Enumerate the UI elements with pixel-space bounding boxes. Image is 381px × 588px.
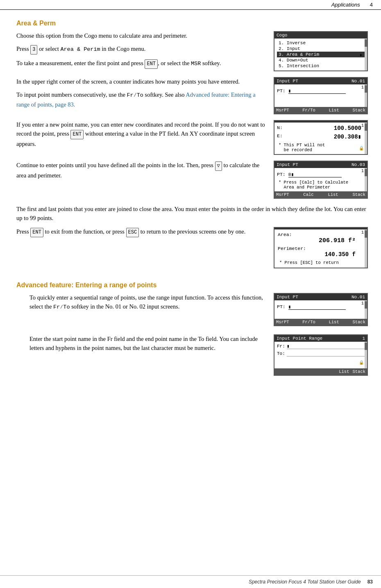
row-image-input-pt-01: Input PT No.01 PT: ▮ 1 MsrPT (274, 77, 368, 116)
para-2: Press 3 or select Area & Perim in the Co… (16, 44, 267, 54)
ds-titlebar-input-pt-01: Input PT No.01 (274, 78, 367, 84)
row-image-input-pt-03: Input PT No.03 PT: 8▮ * Press [Calc] to … (274, 161, 368, 200)
ds-pt-label-01: PT: ▮ (277, 88, 365, 94)
device-screen-input-pt-01: Input PT No.01 PT: ▮ 1 MsrPT (274, 77, 368, 114)
ds-pt-label-03: PT: 8▮ (277, 171, 365, 177)
row-p6-screen3: If you enter a new point name, you can e… (16, 120, 368, 157)
para-4: In the upper right corner of the screen,… (16, 77, 267, 86)
ds-title-right-input-pt-01: No.01 (352, 79, 365, 84)
ds-indicator-ascreen1: 1 (361, 301, 364, 306)
ds-e-value: 200.308▮ (334, 133, 365, 140)
ds-scrollbar-01 (365, 84, 367, 107)
ds-softkeys-input-pt-01: MsrPT Fr/To List Stack (274, 107, 367, 114)
para-9: Press ENT to exit from the function, or … (16, 227, 267, 237)
footer: Spectra Precision Focus 4 Total Station … (0, 575, 381, 588)
ds-body-ascreen1: PT: ▮ 1 (274, 300, 367, 319)
ds-title-left-input-pt-01: Input PT (277, 79, 298, 84)
ds-note-ne: * This PT will not be recorded (277, 143, 365, 152)
ds-pt-field-03: 8▮ (288, 171, 342, 177)
row-image-cogo: Cogo 1. Inverse 2. Input 3. Area & Perim… (274, 31, 368, 73)
ds-title-right-ascreen1: No.01 (352, 295, 365, 300)
header-section: Applications (331, 2, 360, 8)
row-text-p1: Choose this option from the Cogo menu to… (16, 31, 267, 73)
ds-softkey-list-a2: List (339, 369, 349, 374)
ds-titlebar-ascreen2: Input Point Range 1 (274, 335, 367, 342)
ds-e-label: E: (277, 133, 283, 140)
advanced-indent: To quickly enter a sequential range of p… (29, 293, 368, 377)
ds-title-left-cogo: Cogo (277, 33, 287, 38)
ds-n-label: N: (277, 125, 283, 132)
ds-body-area: Area: 206.918 f² Perimeter: 140.350 f * … (274, 229, 367, 268)
para-6: If you enter a new point name, you can e… (16, 120, 267, 149)
ds-scrollbar-thumb-ascreen1 (365, 301, 367, 309)
ds-title-right-input-pt-03: No.03 (352, 162, 365, 167)
ds-fr-label: Fr: (277, 344, 287, 349)
ds-note-esc: * Press [ESC] to return (278, 260, 364, 265)
ds-lock-icon-ne: 🔒 (359, 146, 364, 151)
key-ent-3: ENT (30, 228, 43, 237)
ds-perimeter-value: 140.350 f (278, 251, 364, 258)
ds-scrollbar-ascreen2 (365, 342, 367, 368)
ds-titlebar-ascreen1: Input PT No.01 (274, 294, 367, 300)
ds-titlebar-cogo: Cogo (274, 32, 367, 39)
ds-softkey-calc-03: Calc (303, 192, 313, 197)
row-text-p9: Press ENT to exit from the function, or … (16, 227, 267, 241)
ds-scrollbar-thumb-cogo (365, 39, 367, 47)
para-ap1: To quickly enter a sequential range of p… (29, 293, 267, 312)
ds-scrollbar-cogo (365, 39, 367, 70)
ds-pt-field-ascreen1: ▮ (288, 304, 346, 310)
ds-softkey-list-03: List (328, 192, 338, 197)
ds-n-row: N: 100.5000 (277, 124, 365, 132)
ds-scrollbar-ne (365, 123, 367, 154)
ds-menu-item-1: 1. Inverse (277, 40, 365, 46)
para-ap2: Enter the start point name in the Fr fie… (29, 334, 267, 353)
key-esc-1: ESC (126, 228, 139, 237)
ds-scrollbar-03 (365, 168, 367, 191)
ds-indicator-01: 1 (361, 85, 364, 90)
row-text-p4: In the upper right corner of the screen,… (16, 77, 267, 114)
device-screen-area-result: Area: 206.918 f² Perimeter: 140.350 f * … (274, 227, 368, 268)
ds-pt-field-01: ▮ (288, 88, 346, 94)
ds-softkeys-input-pt-03: MsrPT Calc List Stack (274, 191, 367, 198)
ds-body-input-pt-01: PT: ▮ 1 (274, 84, 367, 107)
ds-body-ascreen2: Fr: ▮ To: 🔒 (274, 342, 367, 368)
ds-softkey-frto: Fr/To (302, 108, 315, 113)
ds-e-row: E: 200.308▮ (277, 132, 365, 141)
header-page: 4 (370, 2, 373, 8)
section-advanced-feature: Advanced feature: Entering a range of po… (16, 282, 368, 377)
footer-title: Spectra Precision Focus 4 Total Station … (249, 579, 361, 585)
key-ent-2: ENT (70, 130, 84, 139)
ds-arrow-icon: ▸ (360, 51, 363, 58)
section-area-perm: Area & Perm Choose this option from the … (16, 20, 368, 270)
row-ap1-ascreen1: To quickly enter a sequential range of p… (29, 293, 368, 328)
ds-softkey-msrpt-03: MsrPT (276, 192, 289, 197)
ds-softkeys-ascreen2: List Stack (274, 368, 367, 375)
ds-scrollbar-thumb-area (365, 230, 367, 238)
row-text-p7: Continue to enter points until you have … (16, 161, 267, 184)
mono-area-perim: Area & Perim (60, 46, 100, 52)
ds-softkey-msrpt: MsrPT (276, 108, 289, 113)
row-image-area-result: Area: 206.918 f² Perimeter: 140.350 f * … (274, 227, 368, 270)
ds-pt-label-ascreen1: PT: ▮ (277, 304, 365, 310)
ds-n-value: 100.5000 (334, 125, 365, 132)
ds-indicator-area: 1 (361, 230, 364, 235)
section-heading-advanced: Advanced feature: Entering a range of po… (16, 282, 368, 289)
ds-note-calc: * Press [Calc] to Calculate Area and Per… (277, 180, 365, 190)
para-1: Choose this option from the Cogo menu to… (16, 31, 267, 40)
ds-softkey-stack-a1: Stack (352, 320, 365, 325)
device-screen-ascreen1: Input PT No.01 PT: ▮ 1 (274, 293, 368, 326)
row-text-p6: If you enter a new point name, you can e… (16, 120, 267, 153)
ds-title-left-ascreen2: Input Point Range (277, 336, 322, 341)
para-3: To take a measurement, enter the first p… (16, 59, 267, 69)
ds-lock-icon-ascreen2: 🔒 (359, 360, 364, 365)
ds-area-value: 206.918 f² (278, 237, 364, 244)
ds-indicator-ne: 1 (361, 123, 364, 128)
ds-to-label: To: (277, 351, 287, 356)
header: Applications 4 (0, 0, 381, 10)
row-p9-screen5: Press ENT to exit from the function, or … (16, 227, 368, 270)
row-p4-screen2: In the upper right corner of the screen,… (16, 77, 368, 116)
row-ap2-ascreen2: Enter the start point name in the Fr fie… (29, 334, 368, 377)
ds-softkey-list-a1: List (329, 320, 339, 325)
ds-softkey-stack-a2: Stack (352, 369, 365, 374)
device-screen-ascreen2: Input Point Range 1 Fr: ▮ To: (274, 334, 368, 376)
